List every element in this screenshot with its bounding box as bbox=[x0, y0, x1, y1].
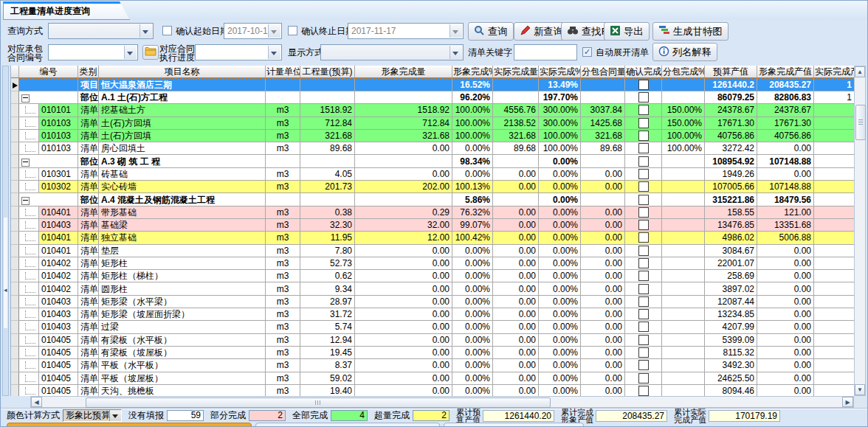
cell-qty[interactable]: 0.62 bbox=[300, 270, 355, 282]
cell-av[interactable] bbox=[814, 142, 855, 155]
confirm-checkbox[interactable] bbox=[638, 386, 649, 396]
start-date-select[interactable]: 2017-10-18 bbox=[224, 23, 282, 39]
cell-unit[interactable]: m3 bbox=[266, 117, 300, 130]
cell-cf[interactable] bbox=[625, 270, 662, 282]
cell-pv[interactable]: 0.00 bbox=[757, 334, 814, 347]
cell-pv[interactable]: 0.00 bbox=[757, 321, 814, 333]
cell-cf[interactable] bbox=[625, 130, 662, 142]
cell-qty[interactable]: 5.74 bbox=[300, 321, 355, 333]
cell-name[interactable]: 土(石)方回填 bbox=[99, 117, 266, 130]
row-indicator[interactable] bbox=[11, 385, 19, 396]
confirm-checkbox[interactable] bbox=[638, 118, 649, 128]
cell-qty[interactable]: 4.05 bbox=[300, 168, 355, 181]
tree-cell[interactable] bbox=[19, 359, 38, 372]
cell-unit[interactable]: m3 bbox=[266, 181, 300, 193]
cell-ap[interactable]: 0.00% bbox=[539, 232, 581, 244]
cell-sq[interactable]: 0.00 bbox=[581, 334, 625, 347]
cell-bv[interactable]: 5399.09 bbox=[705, 334, 757, 347]
cell-name[interactable]: 矩形梁（坡屋面折梁） bbox=[99, 308, 266, 321]
cell-sq[interactable]: 0.00 bbox=[581, 385, 625, 396]
cell-ap[interactable]: 0.00% bbox=[539, 321, 581, 333]
cell-code[interactable] bbox=[38, 78, 78, 91]
cell-name[interactable]: 有梁板（坡屋板） bbox=[99, 347, 266, 359]
row-indicator[interactable] bbox=[11, 181, 19, 193]
cell-code[interactable]: 010403 bbox=[38, 219, 78, 232]
cell-ap[interactable]: 0.00% bbox=[539, 372, 581, 385]
cell-pq[interactable]: 202.00 bbox=[355, 181, 452, 193]
cell-bv[interactable]: 3492.30 bbox=[705, 359, 757, 372]
cell-pq[interactable]: 0.00 bbox=[355, 257, 452, 270]
cell-sq[interactable]: 0.00 bbox=[581, 321, 625, 333]
cell-pq[interactable]: 1518.92 bbox=[355, 104, 452, 117]
cell-pv[interactable]: 0.00 bbox=[757, 142, 814, 155]
cell-sp[interactable] bbox=[662, 245, 705, 257]
confirm-checkbox[interactable] bbox=[638, 322, 649, 332]
bottom-tab-2[interactable] bbox=[255, 423, 440, 427]
cell-cf[interactable] bbox=[625, 206, 662, 219]
bottom-tab-3[interactable] bbox=[444, 423, 584, 427]
cell-bv[interactable]: 158.55 bbox=[705, 206, 757, 219]
cell-bv[interactable]: 24625.50 bbox=[705, 372, 757, 385]
chevron-down-icon[interactable] bbox=[140, 24, 152, 38]
bottom-tab-active[interactable] bbox=[7, 423, 252, 427]
cell-pp[interactable]: 0.00% bbox=[452, 308, 493, 321]
cell-name[interactable]: 矩形柱 bbox=[99, 257, 266, 270]
table-row[interactable]: 010401清单带形基础m30.380.2976.32%0.000.00%0.0… bbox=[11, 206, 855, 219]
cell-code[interactable]: 010405 bbox=[38, 347, 78, 359]
cell-sp[interactable] bbox=[662, 282, 705, 295]
cell-unit[interactable]: m3 bbox=[266, 347, 300, 359]
cell-bv[interactable]: 17671.30 bbox=[705, 117, 757, 130]
cell-bv[interactable]: 13234.85 bbox=[705, 308, 757, 321]
cell-pq[interactable]: 0.00 bbox=[355, 308, 452, 321]
cell-name[interactable]: 天沟、挑檐板 bbox=[99, 385, 266, 396]
cell-qty[interactable] bbox=[300, 91, 355, 104]
cell-name[interactable]: 带形基础 bbox=[99, 206, 266, 219]
cell-pv[interactable]: 0.00 bbox=[757, 359, 814, 372]
cell-code[interactable]: 010403 bbox=[38, 308, 78, 321]
cell-name[interactable]: 平板（水平板） bbox=[99, 359, 266, 372]
cell-aq[interactable]: 0.00 bbox=[493, 321, 539, 333]
cell-qty[interactable]: 31.72 bbox=[300, 308, 355, 321]
table-row[interactable]: 010405清单天沟、挑檐板m319.400.000.00%0.000.00%0… bbox=[11, 385, 855, 396]
cell-aq[interactable]: 2138.52 bbox=[493, 117, 539, 130]
table-row[interactable]: 010401清单独立基础m311.9512.00100.42%0.000.00%… bbox=[11, 232, 855, 244]
table-row[interactable]: 010402清单圆形柱m39.340.000.00%0.000.00%0.003… bbox=[11, 282, 855, 295]
cell-sq[interactable]: 321.68 bbox=[581, 130, 625, 142]
row-indicator[interactable] bbox=[11, 206, 19, 219]
cell-bv[interactable]: 8094.46 bbox=[705, 385, 757, 396]
cell-qty[interactable]: 19.40 bbox=[300, 385, 355, 396]
cell-pv[interactable]: 0.00 bbox=[757, 245, 814, 257]
cell-pp[interactable]: 0.00% bbox=[452, 282, 493, 295]
tree-cell[interactable] bbox=[19, 181, 38, 193]
cell-pv[interactable]: 0.00 bbox=[757, 282, 814, 295]
cell-name[interactable]: 恒大温泉酒店三期 bbox=[99, 78, 266, 91]
cell-cat[interactable]: 清单 bbox=[78, 372, 99, 385]
tree-cell[interactable] bbox=[19, 104, 38, 117]
cell-bv[interactable]: 22001.07 bbox=[705, 257, 757, 270]
cell-unit[interactable] bbox=[266, 78, 300, 91]
cell-qty[interactable]: 52.73 bbox=[300, 257, 355, 270]
chevron-down-icon[interactable] bbox=[450, 46, 462, 59]
cell-aq[interactable]: 0.00 bbox=[493, 245, 539, 257]
cell-av[interactable]: 1 bbox=[814, 91, 855, 104]
cell-sq[interactable]: 0.00 bbox=[581, 359, 625, 372]
cell-sq[interactable]: 0.00 bbox=[581, 270, 625, 282]
cell-cat[interactable]: 清单 bbox=[78, 130, 99, 142]
table-row[interactable]: 010405清单有梁板（水平板）m312.940.000.00%0.000.00… bbox=[11, 334, 855, 347]
cell-unit[interactable]: m3 bbox=[266, 359, 300, 372]
cell-pv[interactable]: 0.00 bbox=[757, 168, 814, 181]
cell-qty[interactable]: 12.94 bbox=[300, 334, 355, 347]
confirm-start-checkbox[interactable] bbox=[162, 26, 172, 35]
cell-name[interactable]: 实心砖墙 bbox=[99, 181, 266, 193]
chevron-down-icon[interactable] bbox=[450, 24, 462, 38]
cell-pp[interactable]: 0.00% bbox=[452, 372, 493, 385]
cell-pp[interactable]: 0.00% bbox=[452, 142, 493, 155]
cell-name[interactable]: 挖基础土方 bbox=[99, 104, 266, 117]
row-indicator[interactable] bbox=[11, 347, 19, 359]
cell-bv[interactable]: 8115.32 bbox=[705, 347, 757, 359]
cell-cat[interactable]: 清单 bbox=[78, 321, 99, 333]
cell-sq[interactable] bbox=[581, 193, 625, 206]
cell-ap[interactable]: 0.00% bbox=[539, 181, 581, 193]
chevron-down-icon[interactable] bbox=[109, 410, 121, 421]
cell-cat[interactable]: 清单 bbox=[78, 270, 99, 282]
